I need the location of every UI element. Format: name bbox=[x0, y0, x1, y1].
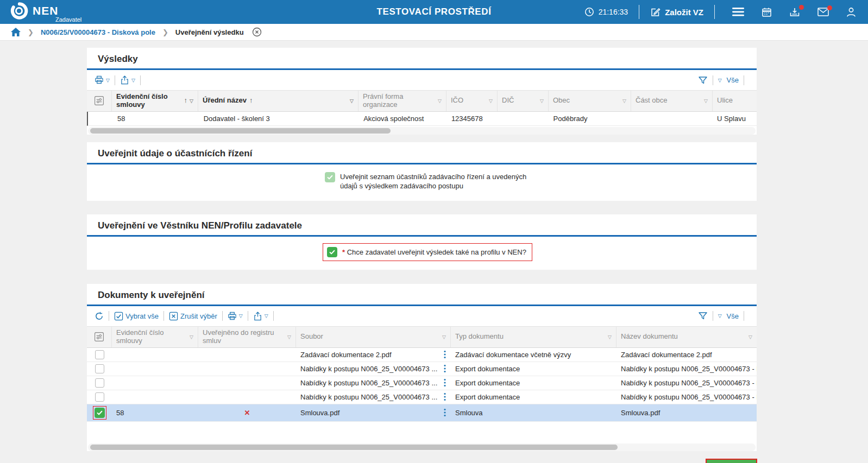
export-button[interactable]: ▽ bbox=[253, 312, 268, 321]
column-header-soubor[interactable]: Soubor ▽ bbox=[296, 327, 451, 347]
view-filter-dropdown[interactable]: ▽ Vše bbox=[718, 312, 739, 320]
chevron-down-icon[interactable]: ▽ bbox=[704, 98, 708, 104]
row-checkbox[interactable] bbox=[95, 350, 104, 359]
profile-publish-checkbox[interactable] bbox=[327, 247, 337, 257]
filter-button[interactable] bbox=[698, 75, 708, 85]
chevron-down-icon[interactable]: ▽ bbox=[265, 313, 268, 319]
column-header-cast-obce[interactable]: Část obce ▽ bbox=[631, 91, 713, 111]
cell-pravni-forma: Akciová společnost bbox=[359, 113, 447, 124]
section-vestnik: Uveřejnění ve Věstníku NEN/Profilu zadav… bbox=[87, 214, 757, 270]
nen-logo[interactable]: NEN Zadavatel bbox=[10, 2, 81, 23]
column-label: Ulice bbox=[717, 97, 733, 105]
inbox-download-icon[interactable] bbox=[788, 7, 802, 17]
create-vz-button[interactable]: Založit VZ bbox=[650, 7, 703, 17]
environment-title: TESTOVACÍ PROSTŘEDÍ bbox=[376, 7, 491, 17]
table-empty-space bbox=[87, 422, 757, 442]
chevron-down-icon[interactable]: ▽ bbox=[608, 334, 612, 340]
chevron-down-icon[interactable]: ▽ bbox=[489, 98, 493, 104]
filter-button[interactable] bbox=[698, 311, 708, 321]
cell-registr bbox=[198, 381, 296, 384]
divider bbox=[273, 311, 274, 321]
column-header-evidencni-cislo[interactable]: Evidenční číslo smlouvy ▽ bbox=[112, 327, 198, 347]
participants-checkbox-label: Uveřejnit seznam účastníků zadávacího ří… bbox=[340, 172, 541, 191]
column-header-ico[interactable]: IČO ▽ bbox=[446, 91, 498, 111]
row-menu-icon[interactable] bbox=[443, 378, 446, 387]
export-button[interactable]: ▽ bbox=[120, 75, 135, 85]
column-header-dic[interactable]: DIČ ▽ bbox=[498, 91, 549, 111]
cell-nazev: Nabídky k postupu N006_25_V00004673 - D.… bbox=[617, 363, 757, 375]
view-filter-label: Vše bbox=[727, 76, 739, 84]
menu-icon[interactable] bbox=[731, 8, 745, 16]
file-link[interactable]: Nabídky k postupu N006_25_V00004673 ... bbox=[300, 379, 437, 387]
chevron-down-icon[interactable]: ▽ bbox=[350, 98, 354, 104]
calendar-icon[interactable] bbox=[759, 7, 773, 17]
cell-typ: Export dokumentace bbox=[451, 363, 617, 375]
required-mark: * bbox=[342, 248, 345, 256]
section-title-vysledky: Výsledky bbox=[87, 48, 757, 68]
clear-selection-button[interactable]: Zrušit výběr bbox=[169, 312, 217, 321]
chevron-down-icon[interactable]: ▽ bbox=[622, 98, 626, 104]
column-header-obec[interactable]: Obec ▽ bbox=[549, 91, 631, 111]
column-header-pravni-forma[interactable]: Právní forma organizace ▽ bbox=[358, 91, 446, 111]
table-row[interactable]: Nabídky k postupu N006_25_V00004673 ... … bbox=[87, 390, 757, 404]
view-filter-label: Vše bbox=[727, 312, 739, 320]
participants-checkbox bbox=[325, 172, 335, 182]
column-header-evidencni-cislo[interactable]: Evidenční číslo smlouvy ↑ ▽ bbox=[112, 91, 198, 111]
table-row[interactable]: Nabídky k postupu N006_25_V00004673 ... … bbox=[87, 362, 757, 376]
row-menu-icon[interactable] bbox=[443, 350, 446, 359]
row-checkbox[interactable] bbox=[95, 408, 105, 418]
chevron-down-icon[interactable]: ▽ bbox=[442, 334, 446, 340]
mail-icon[interactable] bbox=[816, 8, 830, 16]
chevron-down-icon[interactable]: ▽ bbox=[749, 334, 752, 340]
column-header-ulice[interactable]: Ulice bbox=[713, 91, 757, 111]
scrollbar-thumb[interactable] bbox=[90, 445, 618, 450]
column-settings-button[interactable] bbox=[87, 91, 112, 111]
column-header-typ-dokumentu[interactable]: Typ dokumentu ▽ bbox=[451, 327, 617, 347]
session-time: 21:16:33 bbox=[599, 8, 628, 16]
column-header-registr[interactable]: Uveřejněno do registru smluv ▽ bbox=[198, 327, 296, 347]
cell-typ: Zadávací dokumentace včetně výzvy bbox=[451, 349, 617, 360]
row-menu-icon[interactable] bbox=[443, 408, 446, 417]
table-row[interactable]: Zadávací dokumentace 2.pdf Zadávací doku… bbox=[87, 348, 757, 362]
breadcrumb-procurement-link[interactable]: N006/25/V00004673 - Disková pole bbox=[41, 28, 155, 36]
print-button[interactable]: ▽ bbox=[95, 75, 110, 85]
scrollbar-thumb[interactable] bbox=[90, 128, 391, 134]
chevron-down-icon[interactable]: ▽ bbox=[287, 334, 291, 340]
home-icon[interactable] bbox=[11, 28, 21, 36]
horizontal-scrollbar[interactable] bbox=[88, 443, 756, 451]
row-menu-icon[interactable] bbox=[443, 392, 446, 401]
row-checkbox[interactable] bbox=[95, 364, 104, 373]
table-row[interactable]: 58 Dodavatel - školení 3 Akciová společn… bbox=[87, 112, 757, 126]
table-row[interactable]: Nabídky k postupu N006_25_V00004673 ... … bbox=[87, 376, 757, 390]
row-checkbox[interactable] bbox=[95, 378, 104, 388]
chevron-down-icon[interactable]: ▽ bbox=[190, 334, 193, 340]
select-all-button[interactable]: Vybrat vše bbox=[114, 312, 159, 321]
table-row-selected[interactable]: 58 ✕ Smlouva.pdf Smlouva Smlouva.pdf bbox=[87, 404, 757, 422]
divider bbox=[714, 5, 715, 19]
row-menu-icon[interactable] bbox=[443, 364, 446, 373]
chevron-down-icon[interactable]: ▽ bbox=[190, 98, 193, 104]
file-link[interactable]: Zadávací dokumentace 2.pdf bbox=[300, 351, 392, 359]
profile-publish-question: Chce zadavatel uveřejnit výsledek také n… bbox=[347, 248, 526, 256]
chevron-down-icon[interactable]: ▽ bbox=[239, 313, 243, 319]
publish-button[interactable]: Uveřejnit bbox=[706, 459, 757, 463]
user-icon[interactable] bbox=[844, 7, 858, 17]
print-button[interactable]: ▽ bbox=[228, 312, 243, 321]
column-header-uredni-nazev[interactable]: Úřední název ↑ ▽ bbox=[198, 91, 358, 111]
refresh-button[interactable] bbox=[95, 312, 104, 321]
file-link[interactable]: Nabídky k postupu N006_25_V00004673 ... bbox=[300, 393, 437, 401]
row-checkbox[interactable] bbox=[95, 392, 104, 402]
close-tab-icon[interactable] bbox=[252, 27, 262, 37]
brand-role: Zadavatel bbox=[55, 17, 81, 23]
chevron-down-icon[interactable]: ▽ bbox=[131, 78, 135, 83]
chevron-down-icon[interactable]: ▽ bbox=[106, 78, 110, 83]
chevron-down-icon[interactable]: ▽ bbox=[438, 98, 442, 104]
view-filter-dropdown[interactable]: ▽ Vše bbox=[718, 76, 739, 84]
horizontal-scrollbar[interactable] bbox=[88, 127, 756, 135]
column-header-nazev-dokumentu[interactable]: Název dokumentu ▽ bbox=[617, 327, 757, 347]
file-link[interactable]: Nabídky k postupu N006_25_V00004673 ... bbox=[300, 365, 437, 373]
chevron-down-icon[interactable]: ▽ bbox=[540, 98, 544, 104]
clock-icon bbox=[584, 7, 594, 17]
file-link[interactable]: Smlouva.pdf bbox=[300, 409, 339, 417]
column-settings-button[interactable] bbox=[87, 327, 112, 347]
